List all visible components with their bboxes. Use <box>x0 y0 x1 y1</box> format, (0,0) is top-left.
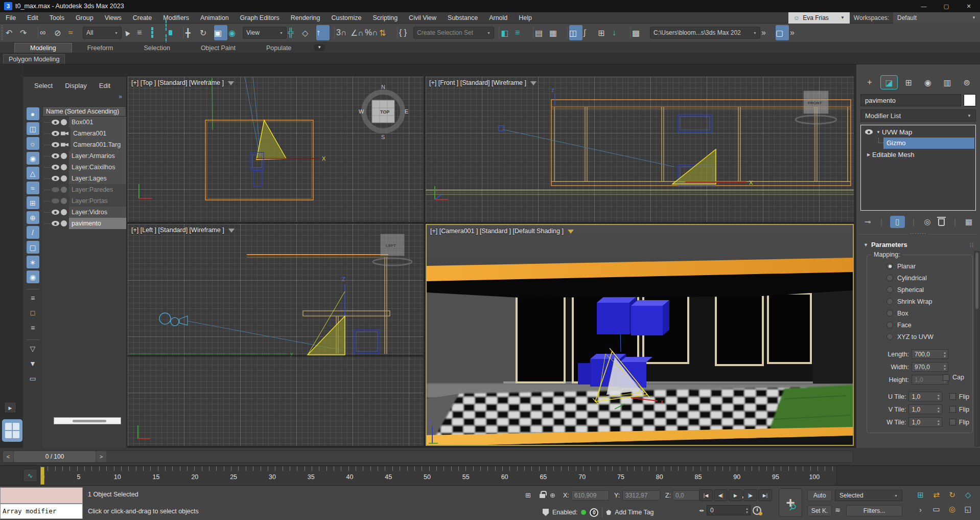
flip-checkbox[interactable] <box>949 406 956 413</box>
visibility-eye-icon[interactable] <box>52 187 59 192</box>
explorer-sort-header[interactable]: Name (Sorted Ascending) <box>42 106 126 117</box>
remove-modifier-icon[interactable] <box>936 216 946 228</box>
mini-curve-editor-icon[interactable]: ∿ <box>23 469 37 482</box>
select-object-icon[interactable]: ▲ <box>123 25 136 40</box>
selection-lock-icon[interactable] <box>540 494 545 498</box>
ribbon-tab[interactable]: Object Paint <box>185 43 251 53</box>
menu-item[interactable]: Substance <box>442 12 483 24</box>
close-button[interactable]: ✕ <box>958 0 980 12</box>
window-crossing-icon[interactable] <box>166 25 179 40</box>
set-key-button[interactable]: Set K. <box>807 505 832 516</box>
menu-item[interactable]: Arnold <box>483 12 513 24</box>
mapping-radio-option[interactable]: Box <box>872 307 969 319</box>
menu-item[interactable]: File <box>0 12 21 24</box>
viewcube[interactable]: TOP W E S N <box>359 84 408 140</box>
left-viewport-canvas[interactable]: Z y LEFT <box>128 224 424 446</box>
display-geometry-icon[interactable]: ● <box>27 107 39 120</box>
maxscript-macro-recorder[interactable] <box>0 487 83 504</box>
layer-explorer-icon[interactable]: ▤ <box>535 25 548 40</box>
display-groups-icon[interactable]: ⊞ <box>27 196 39 209</box>
minimize-button[interactable]: — <box>913 0 935 12</box>
y-coord-field[interactable]: 3312,97 <box>622 490 660 501</box>
toolbar-overflow-icon[interactable]: » <box>761 25 775 40</box>
sep[interactable] <box>394 25 398 40</box>
value-field[interactable]: 970,0 ▴▾ <box>912 362 948 372</box>
chevron-down-icon[interactable]: ▼ <box>875 130 882 134</box>
viewport-front[interactable]: [+] [Front ] [Standard] [Wireframe ] <box>426 77 854 222</box>
keyable-icons-icon[interactable]: ≋ <box>835 506 841 514</box>
fov-icon[interactable]: ◇ <box>960 488 976 502</box>
toggle-layers-icon[interactable]: ▦ <box>549 25 563 40</box>
menu-item[interactable]: Graph Editors <box>235 12 285 24</box>
spinner-arrows[interactable]: ▴▾ <box>744 507 750 514</box>
viewcube-west[interactable]: W <box>359 108 364 115</box>
select-and-manipulate-icon[interactable]: ◇ <box>302 25 315 40</box>
mirror-icon[interactable]: ◧ <box>501 25 514 40</box>
maximize-viewport-toggle-icon[interactable]: ◱ <box>960 502 976 516</box>
radio-icon[interactable] <box>886 275 893 281</box>
sep[interactable] <box>27 285 39 289</box>
cap-checkbox[interactable] <box>943 374 949 381</box>
flip-checkbox[interactable] <box>949 393 956 400</box>
sep[interactable] <box>27 336 39 340</box>
explorer-row[interactable]: Box001 <box>42 117 126 128</box>
maxscript-mini-listener[interactable]: Array modifier <box>0 504 83 519</box>
spinner-arrows[interactable]: ▴▾ <box>936 419 942 426</box>
x-coord-field[interactable]: 610,909 <box>571 490 609 501</box>
object-name[interactable]: Layer:Paredes <box>69 184 126 195</box>
object-name-field[interactable]: pavimento <box>860 94 961 106</box>
display-bones-icon[interactable]: / <box>27 226 39 239</box>
viewcube-left-face[interactable]: LEFT <box>386 243 396 248</box>
viewport-filter-icon[interactable] <box>568 230 574 234</box>
radio-icon[interactable] <box>886 298 893 305</box>
render-frame-icon[interactable]: ▢ <box>776 25 789 40</box>
menu-item[interactable]: Rendering <box>285 12 326 24</box>
visibility-eye-icon[interactable] <box>52 198 59 204</box>
visibility-eye-icon[interactable] <box>52 153 59 159</box>
display-lights-icon[interactable]: ☼ <box>27 137 39 150</box>
explorer-row[interactable]: Layer:Lages <box>42 173 126 184</box>
pin-stack-icon[interactable]: ⊸ <box>862 216 873 228</box>
visibility-eye-icon[interactable] <box>52 142 59 147</box>
menu-item[interactable]: Civil View <box>403 12 442 24</box>
menu-item[interactable]: Edit <box>21 12 44 24</box>
viewport-left[interactable]: [+] [Left ] [Standard] [Wireframe ] <box>128 224 424 446</box>
explorer-blank-icon[interactable]: □ <box>27 306 39 319</box>
radio-icon[interactable] <box>886 322 893 328</box>
sep[interactable] <box>564 25 568 40</box>
prev-frame-button[interactable]: < <box>3 451 13 462</box>
parameters-rollout-header[interactable]: ▼ Parameters ⁞⁞ <box>859 237 977 251</box>
select-and-place-icon[interactable]: ◉ <box>228 25 242 40</box>
menu-item[interactable]: Help <box>513 12 538 24</box>
sep[interactable] <box>331 25 335 40</box>
object-name[interactable]: pavimento <box>69 218 126 229</box>
folder-icon[interactable]: ▭ <box>27 372 39 385</box>
mapping-radio-option[interactable]: Shrink Wrap <box>872 296 969 307</box>
display-hidden-icon[interactable]: ◉ <box>27 270 39 283</box>
ribbon-tab[interactable]: Populate <box>251 43 307 53</box>
viewport-filter-icon[interactable] <box>228 229 235 233</box>
make-unique-icon[interactable]: ◎ <box>922 216 932 228</box>
show-end-result-icon[interactable]: ▯ <box>890 216 905 228</box>
spinner-arrows[interactable]: ▴▾ <box>942 351 948 358</box>
next-frame-button[interactable]: > <box>96 451 106 462</box>
top-viewport-canvas[interactable]: Y X TOP <box>128 77 424 222</box>
radio-icon[interactable] <box>886 333 893 340</box>
menu-item[interactable]: Scripting <box>367 12 403 24</box>
use-pivot-point-icon[interactable]: ╬ <box>288 25 301 40</box>
explorer-row[interactable]: Layer:Armarios <box>42 150 126 162</box>
viewcube-front-face[interactable]: FRONT <box>808 101 822 105</box>
sep[interactable] <box>180 25 184 40</box>
explorer-row[interactable]: Layer:Caixilhos <box>42 162 126 173</box>
snap-3d-icon[interactable]: 3∩ <box>336 25 349 40</box>
mapping-radio-option[interactable]: Face <box>872 319 969 331</box>
explorer-menu-item[interactable]: Edit <box>99 82 110 89</box>
expand-panel-button[interactable]: ▶ <box>4 402 16 413</box>
value-field[interactable]: 700,0 ▴▾ <box>912 349 948 359</box>
explorer-row[interactable]: Camera001 <box>42 128 126 139</box>
workspace-select[interactable]: Default ▼ <box>893 12 980 24</box>
absolute-mode-icon[interactable]: ⊕ <box>550 491 555 499</box>
object-name[interactable]: Layer:Lages <box>69 173 126 184</box>
select-by-name-icon[interactable]: ≡ <box>137 25 150 40</box>
tab-create-icon[interactable]: + <box>861 76 878 89</box>
